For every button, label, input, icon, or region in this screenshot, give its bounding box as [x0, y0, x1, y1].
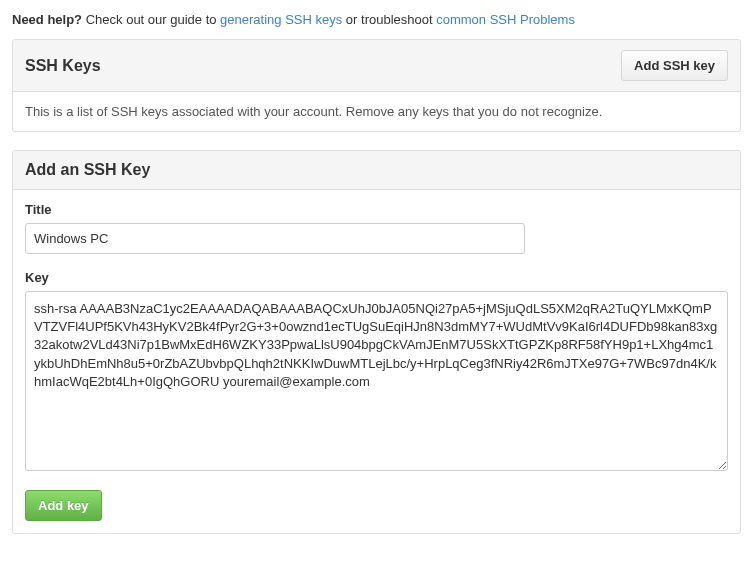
title-label: Title [25, 202, 728, 217]
add-key-actions: Add key [25, 490, 728, 521]
generating-ssh-keys-link[interactable]: generating SSH keys [220, 12, 342, 27]
add-ssh-key-button[interactable]: Add SSH key [621, 50, 728, 81]
common-ssh-problems-link[interactable]: common SSH Problems [436, 12, 575, 27]
ssh-keys-description: This is a list of SSH keys associated wi… [13, 92, 740, 131]
key-label: Key [25, 270, 728, 285]
help-text-2: or troubleshoot [342, 12, 436, 27]
add-ssh-key-panel: Add an SSH Key Title Key Add key [12, 150, 741, 534]
help-prefix: Need help? [12, 12, 82, 27]
ssh-keys-panel-header: SSH Keys Add SSH key [13, 40, 740, 92]
add-key-button[interactable]: Add key [25, 490, 102, 521]
title-form-group: Title [25, 202, 728, 254]
add-ssh-key-form: Title Key Add key [13, 190, 740, 533]
help-text: Need help? Check out our guide to genera… [12, 12, 741, 27]
key-form-group: Key [25, 270, 728, 474]
ssh-keys-panel: SSH Keys Add SSH key This is a list of S… [12, 39, 741, 132]
ssh-keys-title: SSH Keys [25, 57, 101, 75]
add-ssh-key-title: Add an SSH Key [25, 161, 150, 179]
help-text-1: Check out our guide to [82, 12, 220, 27]
key-textarea[interactable] [25, 291, 728, 471]
title-input[interactable] [25, 223, 525, 254]
add-ssh-key-panel-header: Add an SSH Key [13, 151, 740, 190]
